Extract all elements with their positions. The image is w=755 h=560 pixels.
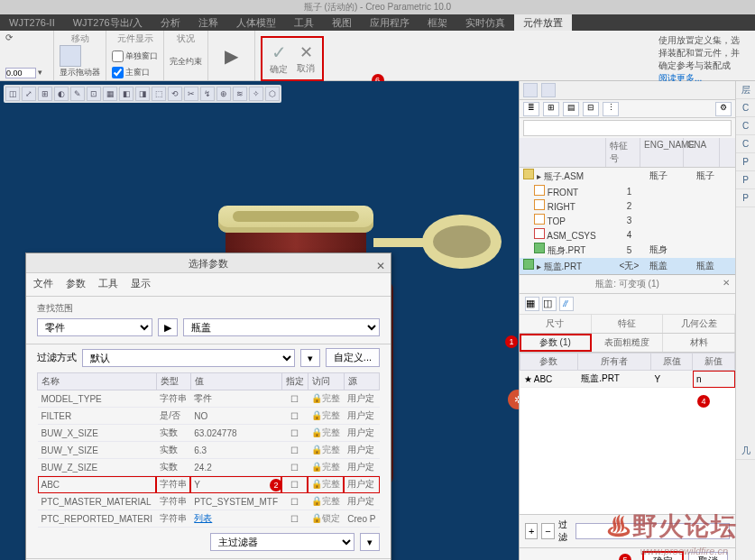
param-row[interactable]: PTC_MASTER_MATERIAL字符串PTC_SYSTEM_MTF☐🔒完整… xyxy=(38,493,380,510)
dialog-menu-item[interactable]: 文件 xyxy=(33,277,53,290)
filter-select[interactable]: 默认 xyxy=(82,349,295,367)
menu-tab[interactable]: WJT276导出/入 xyxy=(64,14,152,31)
tree-node[interactable]: 瓶身.PRT5瓶身 xyxy=(520,242,735,258)
tree-view-icon[interactable]: ⊟ xyxy=(583,102,599,116)
vtool-icon[interactable]: ▦ xyxy=(103,87,117,101)
dialog-menu-item[interactable]: 参数 xyxy=(66,277,86,290)
play-icon[interactable]: ▶ xyxy=(214,45,249,67)
vtool-icon[interactable]: ⬡ xyxy=(265,87,280,101)
confirm-check-icon[interactable]: ✓ xyxy=(270,41,288,63)
menu-tab[interactable]: 注释 xyxy=(189,14,227,31)
varopt-tab[interactable]: 特征 xyxy=(592,315,664,333)
tree-node[interactable]: RIGHT2 xyxy=(520,198,735,213)
vtool-icon[interactable]: ⊞ xyxy=(38,87,52,101)
vtool-icon[interactable]: ◫ xyxy=(5,87,20,101)
separate-window-check[interactable] xyxy=(112,50,124,62)
pick-icon[interactable]: ▶ xyxy=(158,318,178,336)
scope-select[interactable]: 零件 xyxy=(37,318,152,336)
customize-button[interactable]: 自定义... xyxy=(326,348,380,367)
side-tab-icon[interactable]: P xyxy=(736,153,755,171)
menu-tab[interactable]: 应用程序 xyxy=(361,14,419,31)
vtool-icon[interactable]: ✎ xyxy=(70,87,85,101)
remove-button[interactable]: − xyxy=(541,523,554,539)
side-tab-icon[interactable]: C xyxy=(736,99,755,117)
tree-node[interactable]: FRONT1 xyxy=(520,184,735,198)
vtool-icon[interactable]: ⊕ xyxy=(216,87,231,101)
scope-part-select[interactable]: 瓶盖 xyxy=(183,318,380,336)
tree-view-icon[interactable]: ≣ xyxy=(523,102,539,116)
tree-node[interactable]: ▸ 瓶盖.PRT<无>瓶盖瓶盖 xyxy=(520,258,735,274)
side-tab-icon[interactable]: C xyxy=(736,117,755,135)
side-tab-icon[interactable]: P xyxy=(736,171,755,189)
vtool-icon[interactable]: ◐ xyxy=(54,87,69,101)
param-row[interactable]: MODEL_TYPE字符串零件☐🔒完整用户定 xyxy=(38,390,380,408)
tree-node[interactable]: ASM_CSYS4 xyxy=(520,227,735,242)
filter-tool-icon[interactable]: ▾ xyxy=(300,349,320,367)
varopt-icon[interactable]: ◫ xyxy=(542,297,557,311)
varopt-filter-input[interactable] xyxy=(575,523,730,539)
menu-tab[interactable]: WJT276-II xyxy=(0,14,64,31)
vtool-icon[interactable]: ✂ xyxy=(184,87,198,101)
param-row[interactable]: BUW_X_SIZE实数63.024778☐🔒完整用户定 xyxy=(38,425,380,442)
varopt-table[interactable]: 参数所有者原值新值 ★ ABC 瓶盖.PRT Y n xyxy=(520,353,735,388)
vtool-icon[interactable]: ◨ xyxy=(135,87,150,101)
side-tab-icon[interactable]: C xyxy=(736,135,755,153)
cancel-x-icon[interactable]: ✕ xyxy=(297,42,315,62)
tree-view-icon[interactable]: ▤ xyxy=(563,102,579,116)
menu-tab[interactable]: 视图 xyxy=(323,14,361,31)
varopt-tab[interactable]: 材料 xyxy=(663,334,735,352)
main-filter-select[interactable]: 主过滤器 xyxy=(210,533,354,551)
vtool-icon[interactable]: ✧ xyxy=(249,87,263,101)
dialog-close-icon[interactable]: ✕ xyxy=(376,256,385,276)
add-button[interactable]: + xyxy=(525,523,538,539)
tree-node[interactable]: ▸ 瓶子.ASM瓶子瓶子 xyxy=(520,168,735,184)
varopt-close-icon[interactable]: ✕ xyxy=(723,278,730,288)
tree-settings-icon[interactable]: ⚙ xyxy=(715,102,732,116)
offset-input[interactable] xyxy=(5,68,36,78)
panel-icon[interactable] xyxy=(523,83,538,97)
menu-tab[interactable]: 实时仿真 xyxy=(456,14,514,31)
param-row[interactable]: ABC字符串Y☐🔒完整用户定 xyxy=(38,476,380,493)
side-tab-icon[interactable]: P xyxy=(736,189,755,207)
model-jar-lid[interactable] xyxy=(218,206,373,233)
menu-tab[interactable]: 工具 xyxy=(285,14,323,31)
varopt-param-cell[interactable]: ★ ABC xyxy=(520,371,578,388)
panel-icon[interactable] xyxy=(541,83,556,97)
param-table[interactable]: 名称类型值指定访问源 MODEL_TYPE字符串零件☐🔒完整用户定FILTER是… xyxy=(37,372,380,528)
model-tree[interactable]: ▸ 瓶子.ASM瓶子瓶子 FRONT1 RIGHT2 TOP3 ASM_CSYS… xyxy=(520,168,735,274)
menu-tab[interactable]: 元件放置 xyxy=(514,14,572,31)
varopt-newval-cell[interactable]: n xyxy=(693,371,735,388)
side-tab-icon[interactable]: 几 xyxy=(736,442,755,460)
dialog-menu-item[interactable]: 工具 xyxy=(98,277,118,290)
model-lid-ring[interactable] xyxy=(422,215,502,269)
side-tab-icon[interactable]: 层 xyxy=(736,81,755,99)
tree-node[interactable]: TOP3 xyxy=(520,213,735,227)
vtool-icon[interactable]: ◧ xyxy=(119,87,134,101)
vtool-icon[interactable]: ⊡ xyxy=(87,87,101,101)
varopt-tab[interactable]: 参数 (1) xyxy=(520,334,592,352)
vtool-icon[interactable]: ⤢ xyxy=(22,87,36,101)
varopt-icon[interactable]: ⫽ xyxy=(559,297,574,311)
vtool-icon[interactable]: ⬚ xyxy=(152,87,166,101)
menu-tab[interactable]: 人体模型 xyxy=(227,14,285,31)
model-lid-arm[interactable] xyxy=(373,238,428,247)
vtool-icon[interactable]: ≋ xyxy=(233,87,247,101)
vtool-icon[interactable]: ⟲ xyxy=(168,87,182,101)
3d-viewport[interactable]: ◫⤢⊞◐✎⊡▦◧◨⬚⟲✂↯⊕≋✧⬡ ✲ 选择参数✕ 文件参数工具显示 查找范围 … xyxy=(0,81,519,560)
main-window-check[interactable] xyxy=(112,67,124,78)
param-row[interactable]: BUW_Z_SIZE实数24.2☐🔒完整用户定 xyxy=(38,459,380,476)
menu-tab[interactable]: 分析 xyxy=(152,14,189,31)
show-drag-icon[interactable] xyxy=(60,45,81,67)
varopt-tab[interactable]: 几何公差 xyxy=(663,315,735,333)
param-row[interactable]: PTC_REPORTED_MATERI字符串列表☐🔒锁定Creo P xyxy=(38,510,380,528)
vtool-icon[interactable]: ↯ xyxy=(200,87,215,101)
varopt-icon[interactable]: ▦ xyxy=(525,297,539,311)
tree-view-icon[interactable]: ⋮ xyxy=(603,102,619,116)
param-row[interactable]: BUW_Y_SIZE实数6.3☐🔒完整用户定 xyxy=(38,442,380,459)
menu-tab[interactable]: 框架 xyxy=(419,14,456,31)
param-row[interactable]: FILTER是/否NO☐🔒完整用户定 xyxy=(38,408,380,425)
varopt-tab[interactable]: 尺寸 xyxy=(520,315,592,333)
filter-btn-icon[interactable]: ▾ xyxy=(360,533,380,551)
varopt-tab[interactable]: 表面粗糙度 xyxy=(592,334,664,352)
tree-view-icon[interactable]: ⊞ xyxy=(543,102,559,116)
